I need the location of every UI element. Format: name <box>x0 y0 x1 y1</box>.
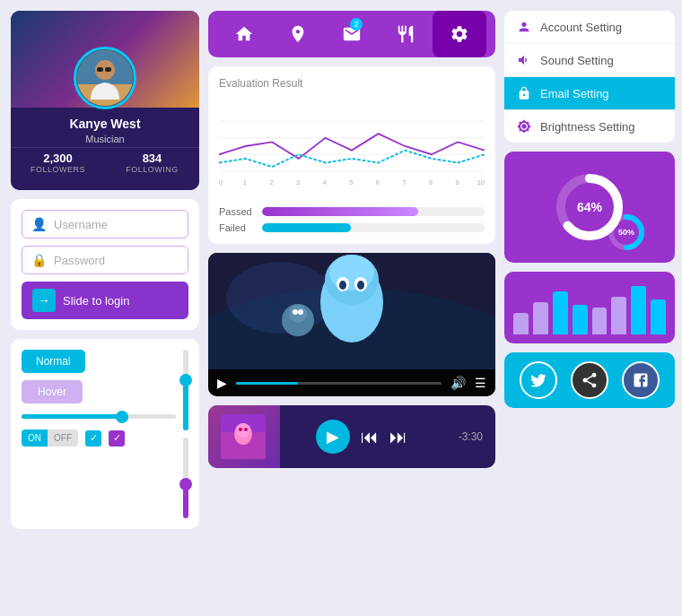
profile-role: Musician <box>85 134 124 144</box>
followers-label: FOLLOWERS <box>11 165 105 174</box>
nav-bar: 2 <box>208 11 495 57</box>
bar-2 <box>533 302 548 334</box>
lock-icon: 🔒 <box>31 253 47 267</box>
chart-card: Evaluation Result 0 1 2 3 4 5 6 7 <box>208 66 495 244</box>
settings-email[interactable]: Email Setting <box>504 77 675 110</box>
progress-fill <box>236 382 298 385</box>
play-button[interactable]: ▶ <box>217 376 227 390</box>
slide-to-login-button[interactable]: → Slide to login <box>22 282 188 319</box>
svg-point-40 <box>244 428 248 431</box>
nav-mail[interactable]: 2 <box>325 11 379 57</box>
password-field[interactable]: 🔒 Password <box>22 246 188 274</box>
music-play-button[interactable]: ▶ <box>316 420 350 454</box>
svg-point-32 <box>289 305 307 323</box>
following-label: FOLLOWING <box>105 165 199 174</box>
music-next-button[interactable]: ⏭ <box>389 427 407 447</box>
email-setting-label: Email Setting <box>540 87 609 100</box>
twitter-button[interactable] <box>520 361 557 399</box>
followers-count: 2,300 <box>11 152 105 165</box>
username-placeholder: Username <box>54 218 108 231</box>
controls-panel: Normal Hover ON OFF <box>11 339 199 529</box>
slider-vertical[interactable] <box>183 350 188 430</box>
donut-chart-card: 64% 50% <box>504 152 675 263</box>
profile-stats: 2,300 FOLLOWERS 834 FOLLOWING <box>11 147 199 174</box>
normal-button[interactable]: Normal <box>22 350 85 373</box>
controls-left: Normal Hover ON OFF <box>22 350 176 518</box>
menu-icon[interactable]: ☰ <box>475 376 486 390</box>
svg-text:9: 9 <box>456 178 459 187</box>
hover-button[interactable]: Hover <box>22 380 83 403</box>
controls-layout: Normal Hover ON OFF <box>22 350 188 518</box>
following-count: 834 <box>105 152 199 165</box>
button-row: Normal <box>22 350 176 373</box>
bar-1 <box>513 313 529 334</box>
svg-text:6: 6 <box>376 178 380 187</box>
svg-point-34 <box>298 309 303 315</box>
mail-badge: 2 <box>350 18 363 30</box>
music-controls: ▶ ⏮ ⏭ <box>275 420 450 454</box>
main-container: Kanye West Musician 2,300 FOLLOWERS 834 … <box>0 0 682 616</box>
nav-settings[interactable] <box>433 11 486 57</box>
chart-title: Evaluation Result <box>219 77 485 90</box>
share-button[interactable] <box>571 361 608 399</box>
bar-4 <box>573 305 588 334</box>
checkbox-blue[interactable]: ✓ <box>85 430 101 447</box>
followers-stat: 2,300 FOLLOWERS <box>11 147 105 174</box>
slider-vertical-2[interactable] <box>183 438 188 518</box>
passed-bar-container <box>262 207 485 216</box>
video-controls: ▶ 🔊 ☰ <box>208 369 495 396</box>
slide-label: Slide to login <box>63 294 129 308</box>
slider-horizontal[interactable] <box>22 414 176 419</box>
video-progress[interactable] <box>236 382 442 385</box>
settings-brightness[interactable]: Brightness Setting <box>504 110 675 143</box>
svg-text:7: 7 <box>402 178 406 187</box>
login-form: 👤 Username 🔒 Password → Slide to login <box>11 199 199 330</box>
nav-food[interactable] <box>379 11 433 57</box>
username-field[interactable]: 👤 Username <box>22 210 188 239</box>
checkbox-purple[interactable]: ✓ <box>109 430 125 447</box>
settings-account[interactable]: Account Setting <box>504 11 675 44</box>
passed-bar <box>262 207 418 216</box>
svg-point-39 <box>239 428 242 431</box>
svg-text:10: 10 <box>477 178 485 187</box>
facebook-button[interactable] <box>622 361 660 399</box>
svg-point-26 <box>329 255 374 291</box>
svg-text:1: 1 <box>243 178 247 187</box>
brightness-setting-label: Brightness Setting <box>540 120 635 134</box>
main-donut-value: 64% <box>577 200 602 214</box>
small-donut-value: 50% <box>618 228 634 237</box>
user-icon: 👤 <box>31 217 47 231</box>
toggle-off-label: OFF <box>48 429 78 447</box>
svg-text:5: 5 <box>349 178 353 187</box>
svg-text:8: 8 <box>429 178 433 187</box>
settings-menu: Account Setting Sound Setting Email Sett… <box>504 11 675 143</box>
volume-icon[interactable]: 🔊 <box>450 376 466 390</box>
password-placeholder: Password <box>54 254 105 267</box>
avatar <box>74 47 136 109</box>
small-donut-chart: 50% <box>607 213 646 252</box>
music-time: -3:30 <box>459 430 483 443</box>
toggle-on-label: ON <box>22 429 48 447</box>
on-off-toggle[interactable]: ON OFF <box>22 429 78 447</box>
svg-point-38 <box>236 423 250 438</box>
svg-text:2: 2 <box>269 178 273 187</box>
video-player: ▶ 🔊 ☰ <box>208 253 495 396</box>
nav-location[interactable] <box>271 11 325 57</box>
bar-7 <box>631 286 646 334</box>
arrow-icon: → <box>32 289 56 312</box>
sound-setting-label: Sound Setting <box>540 54 614 67</box>
avatar-inner <box>77 50 133 106</box>
settings-sound[interactable]: Sound Setting <box>504 44 675 77</box>
social-bar <box>504 352 675 408</box>
legend-passed: Passed <box>219 206 485 217</box>
account-setting-label: Account Setting <box>540 21 622 34</box>
failed-label: Failed <box>219 222 255 233</box>
evaluation-chart: 0 1 2 3 4 5 6 7 8 9 10 <box>219 97 485 195</box>
left-column: Kanye West Musician 2,300 FOLLOWERS 834 … <box>11 11 199 605</box>
bar-5 <box>592 308 608 334</box>
svg-point-23 <box>226 262 334 334</box>
nav-home[interactable] <box>217 11 271 57</box>
music-prev-button[interactable]: ⏮ <box>361 427 379 447</box>
profile-card: Kanye West Musician 2,300 FOLLOWERS 834 … <box>11 11 199 190</box>
svg-rect-3 <box>97 67 103 72</box>
